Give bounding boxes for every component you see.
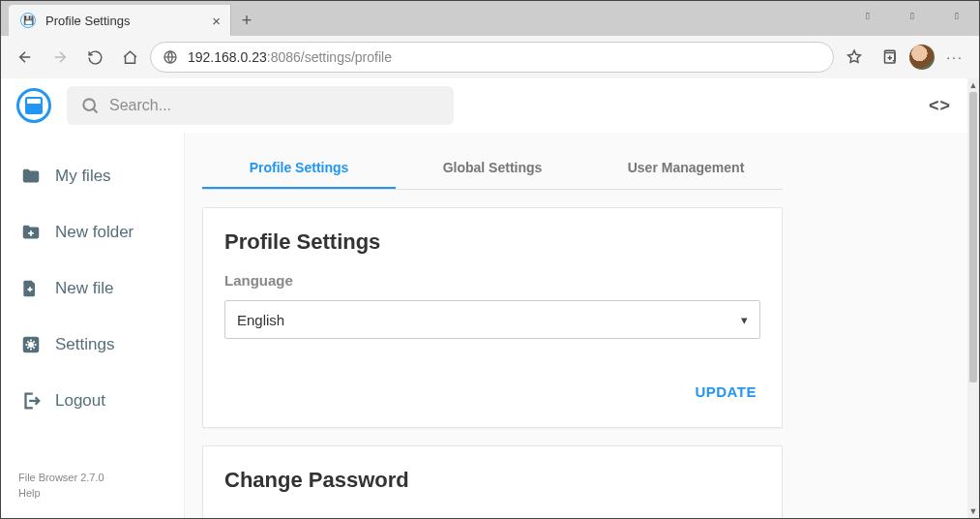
update-label: UPDATE — [695, 383, 757, 400]
url-ip: 192.168.0.23 — [188, 49, 267, 65]
scroll-track[interactable] — [967, 92, 979, 504]
password-heading: Change Password — [224, 468, 760, 493]
app-version: File Browser 2.7.0 — [18, 471, 166, 485]
sidebar-footer: File Browser 2.7.0 Help — [1, 471, 184, 518]
profile-card: Profile Settings Language English ▾ UPDA… — [202, 207, 783, 428]
window-close-button[interactable]:  — [935, 1, 979, 30]
browser-toolbar: 192.168.0.23:8086/settings/profile ··· — [1, 36, 979, 78]
star-icon — [846, 48, 863, 66]
language-value: English — [237, 312, 284, 328]
dots-icon: ··· — [946, 49, 964, 65]
vertical-scrollbar[interactable]: ▲ ▼ — [967, 78, 979, 518]
scroll-down-icon[interactable]: ▼ — [967, 504, 979, 518]
language-label: Language — [224, 272, 760, 289]
main-content: Profile Settings Global Settings User Ma… — [185, 78, 979, 518]
folder-plus-icon — [20, 222, 42, 243]
toggle-shell-button[interactable]: < > — [925, 92, 952, 119]
search-field[interactable] — [67, 86, 454, 125]
file-plus-icon — [20, 278, 42, 299]
gear-icon — [20, 334, 42, 355]
url-port: :8086 — [267, 49, 301, 65]
update-button[interactable]: UPDATE — [691, 378, 760, 406]
sidebar-item-new-file[interactable]: New file — [1, 260, 184, 317]
chevron-down-icon: ▾ — [741, 313, 748, 327]
scroll-up-icon[interactable]: ▲ — [967, 78, 979, 92]
window-controls:    — [846, 1, 979, 30]
svg-point-2 — [83, 99, 95, 110]
tab-favicon-icon: 💾 — [20, 13, 36, 28]
url-path: /settings/profile — [301, 49, 392, 65]
tab-user-management[interactable]: User Management — [589, 148, 783, 189]
search-icon — [80, 96, 100, 115]
disk-icon — [25, 97, 43, 114]
tab-global-settings[interactable]: Global Settings — [396, 148, 589, 189]
help-link[interactable]: Help — [18, 486, 166, 501]
app-header: < > — [1, 78, 967, 133]
window-maximize-button[interactable]:  — [890, 1, 935, 30]
language-select[interactable]: English ▾ — [224, 300, 760, 339]
profile-avatar[interactable] — [909, 45, 935, 70]
favorites-button[interactable] — [840, 43, 869, 72]
nav-forward-button — [45, 43, 74, 72]
tab-label: Global Settings — [443, 160, 543, 175]
app-area: < > My files New folder New file S — [1, 78, 979, 518]
sidebar-item-logout[interactable]: Logout — [1, 373, 184, 429]
code-icon: < > — [929, 96, 948, 116]
settings-tabs: Profile Settings Global Settings User Ma… — [202, 148, 783, 190]
globe-icon — [163, 49, 178, 65]
profile-heading: Profile Settings — [224, 229, 760, 255]
folder-icon — [20, 166, 42, 187]
close-tab-icon[interactable]: × — [212, 13, 221, 29]
tab-title: Profile Settings — [45, 14, 130, 28]
nav-back-button[interactable] — [11, 43, 40, 72]
password-card: Change Password — [202, 445, 783, 518]
sidebar-item-label: Logout — [55, 391, 105, 411]
url-text: 192.168.0.23:8086/settings/profile — [188, 49, 392, 65]
sidebar-item-label: New folder — [55, 223, 134, 242]
sidebar-item-label: My files — [55, 167, 111, 186]
tab-profile-settings[interactable]: Profile Settings — [202, 148, 396, 189]
nav-refresh-button[interactable] — [80, 43, 109, 72]
browser-menu-button[interactable]: ··· — [940, 43, 969, 72]
new-tab-button[interactable]: + — [231, 5, 262, 36]
app-logo[interactable] — [16, 88, 51, 123]
sidebar-item-settings[interactable]: Settings — [1, 317, 184, 373]
sidebar-item-label: New file — [55, 279, 113, 298]
collections-icon — [880, 48, 898, 66]
tab-label: User Management — [628, 160, 745, 175]
sidebar-item-label: Settings — [55, 335, 114, 354]
refresh-icon — [87, 49, 104, 66]
search-input[interactable] — [109, 97, 440, 114]
nav-home-button[interactable] — [115, 43, 144, 72]
arrow-right-icon — [51, 48, 69, 66]
window-minimize-button[interactable]:  — [846, 1, 890, 30]
tab-label: Profile Settings — [250, 160, 349, 175]
tab-strip: 💾 Profile Settings × + — [1, 1, 846, 36]
url-bar[interactable]: 192.168.0.23:8086/settings/profile — [150, 42, 834, 73]
svg-point-4 — [28, 342, 34, 348]
browser-titlebar: 💾 Profile Settings × +    — [1, 1, 979, 36]
sidebar-item-my-files[interactable]: My files — [1, 148, 184, 204]
logout-icon — [20, 390, 42, 412]
arrow-left-icon — [16, 48, 34, 66]
browser-tab[interactable]: 💾 Profile Settings × — [9, 5, 231, 36]
collections-button[interactable] — [875, 43, 904, 72]
sidebar-item-new-folder[interactable]: New folder — [1, 204, 184, 260]
home-icon — [122, 49, 138, 66]
scroll-thumb[interactable] — [969, 92, 977, 382]
sidebar: My files New folder New file Settings Lo… — [1, 78, 185, 518]
